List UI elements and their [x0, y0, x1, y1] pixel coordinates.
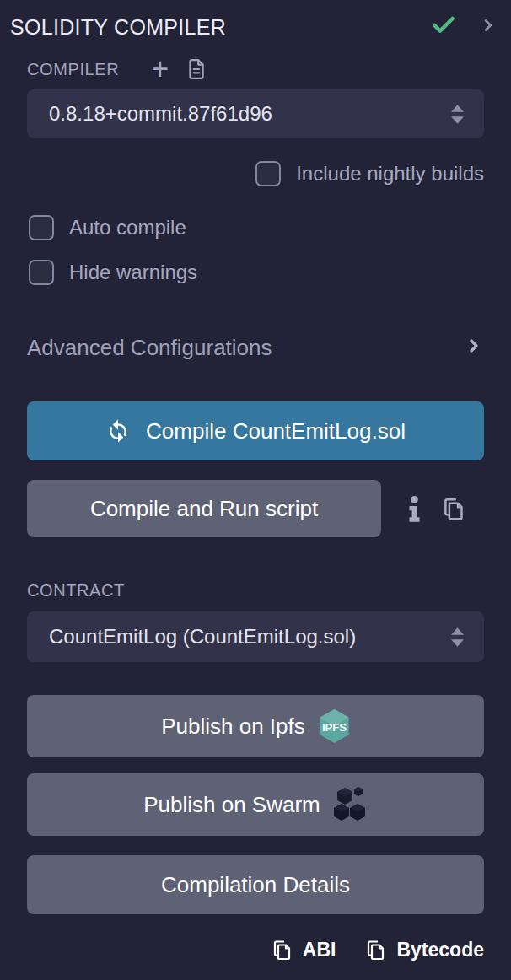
abi-label: ABI: [303, 939, 336, 961]
advanced-configurations-label: Advanced Configurations: [27, 335, 272, 361]
advanced-expand-chevron-icon: [464, 336, 484, 359]
publish-swarm-label: Publish on Swarm: [143, 792, 320, 818]
select-updown-arrows-icon: [451, 627, 464, 647]
hide-warnings-label[interactable]: Hide warnings: [69, 261, 197, 284]
swarm-logo-icon: [332, 786, 368, 823]
advanced-configurations-toggle[interactable]: Advanced Configurations: [27, 332, 484, 363]
compilation-details-button[interactable]: Compilation Details: [27, 855, 484, 914]
include-nightly-checkbox[interactable]: [256, 161, 281, 186]
header-icons: [430, 12, 498, 42]
compiler-section-header: COMPILER +: [27, 56, 484, 83]
select-updown-arrows-icon: [451, 105, 464, 124]
compile-run-row: Compile and Run script: [27, 480, 484, 537]
compiler-version-select[interactable]: 0.8.18+commit.87f61d96: [27, 89, 484, 138]
hide-warnings-row: Hide warnings: [29, 259, 484, 286]
panel-content: COMPILER + 0.8.18+commit.87f61d96 I: [0, 56, 511, 963]
include-nightly-row: Include nightly builds: [27, 160, 484, 187]
hide-warnings-checkbox[interactable]: [29, 260, 54, 285]
publish-ipfs-button[interactable]: Publish on Ipfs IPFS: [27, 695, 484, 757]
compilation-details-label: Compilation Details: [161, 872, 350, 898]
publish-swarm-button[interactable]: Publish on Swarm: [27, 773, 484, 836]
contract-selected-value: CountEmitLog (CountEmitLog.sol): [49, 625, 451, 649]
auto-compile-label[interactable]: Auto compile: [69, 216, 186, 240]
compiler-section-label: COMPILER: [27, 60, 119, 79]
publish-ipfs-label: Publish on Ipfs: [161, 713, 305, 740]
auto-compile-checkbox[interactable]: [29, 215, 54, 240]
panel-collapse-chevron-icon[interactable]: [479, 16, 498, 38]
info-icon[interactable]: [408, 496, 421, 522]
copy-icon: [366, 939, 386, 961]
contract-select[interactable]: CountEmitLog (CountEmitLog.sol): [27, 611, 484, 662]
copy-bytecode-button[interactable]: Bytecode: [366, 939, 484, 961]
copy-icon[interactable]: [443, 496, 465, 522]
panel-header: SOLIDITY COMPILER: [0, 0, 511, 42]
open-compiler-file-icon[interactable]: [186, 57, 207, 82]
svg-text:IPFS: IPFS: [322, 721, 347, 734]
compiler-version-selected-value: 0.8.18+commit.87f61d96: [49, 102, 451, 126]
copy-icon: [272, 939, 293, 961]
add-custom-compiler-icon[interactable]: +: [151, 57, 169, 81]
panel-title: SOLIDITY COMPILER: [10, 15, 430, 40]
copy-abi-button[interactable]: ABI: [272, 939, 336, 961]
compile-button-label: Compile CountEmitLog.sol: [146, 418, 406, 444]
copy-artifacts-row: ABI Bytecode: [27, 936, 484, 963]
compile-and-run-label: Compile and Run script: [90, 496, 318, 522]
auto-compile-row: Auto compile: [29, 214, 484, 241]
contract-section-header: CONTRACT: [27, 579, 484, 601]
compile-button[interactable]: Compile CountEmitLog.sol: [27, 401, 484, 460]
bytecode-label: Bytecode: [396, 939, 484, 961]
include-nightly-label[interactable]: Include nightly builds: [296, 162, 484, 186]
contract-section-label: CONTRACT: [27, 581, 125, 600]
compile-and-run-button[interactable]: Compile and Run script: [27, 480, 381, 537]
solidity-compiler-panel: SOLIDITY COMPILER COMPILER +: [0, 0, 511, 980]
compile-success-check-icon: [430, 12, 457, 42]
ipfs-logo-icon: IPFS: [319, 709, 350, 743]
compile-sync-icon: [105, 418, 131, 444]
